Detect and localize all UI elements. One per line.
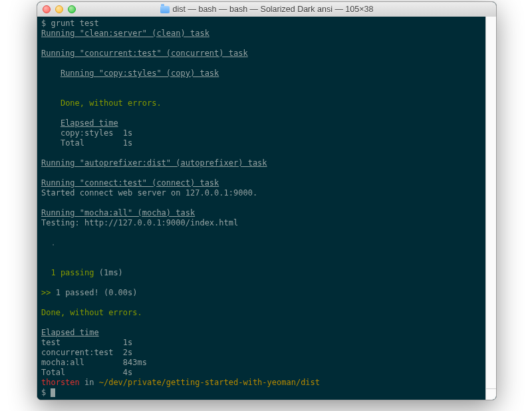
- titlebar: dist — bash — bash — Solarized Dark ansi…: [37, 2, 496, 17]
- task-line: Running "clean:server" (clean) task: [41, 29, 209, 38]
- elapsed-row: Total 1s: [61, 138, 132, 148]
- mocha-dot: .: [41, 238, 56, 247]
- task-line: Running "concurrent:test" (concurrent) t…: [41, 49, 248, 58]
- task-line: Running "copy:styles" (copy) task: [61, 68, 219, 78]
- folder-icon: [160, 6, 170, 13]
- elapsed-row: copy:styles 1s: [61, 128, 132, 138]
- done-line: Done, without errors.: [61, 98, 162, 108]
- task-line: Running "connect:test" (connect) task: [41, 178, 219, 188]
- pass-prefix: >>: [41, 288, 56, 297]
- window-title: dist — bash — bash — Solarized Dark ansi…: [37, 5, 496, 14]
- command: grunt test: [51, 19, 98, 28]
- task-line: Running "mocha:all" (mocha) task: [41, 208, 195, 217]
- output-line: Started connect web server on 127.0.0.1:…: [41, 188, 257, 198]
- prompt: $: [41, 388, 51, 397]
- window-title-text: dist — bash — bash — Solarized Dark ansi…: [173, 5, 374, 14]
- terminal-body[interactable]: $ grunt test Running "clean:server" (cle…: [37, 17, 496, 400]
- zoom-icon[interactable]: [68, 5, 76, 13]
- elapsed-row: test 1s: [41, 338, 132, 347]
- close-icon[interactable]: [43, 5, 51, 13]
- terminal-window: dist — bash — bash — Solarized Dark ansi…: [37, 1, 497, 400]
- elapsed-row: concurrent:test 2s: [41, 348, 132, 357]
- resize-corner[interactable]: [485, 388, 496, 400]
- task-line: Running "autoprefixer:dist" (autoprefixe…: [41, 158, 267, 168]
- elapsed-header: Elapsed time: [61, 118, 118, 128]
- elapsed-row: mocha:all 843ms: [41, 358, 147, 367]
- elapsed-row: Total 4s: [41, 368, 132, 377]
- traffic-lights: [43, 5, 76, 13]
- passing-count: 1 passing: [41, 268, 94, 277]
- scrollbar[interactable]: [485, 17, 496, 389]
- prompt: $: [41, 19, 51, 28]
- done-line: Done, without errors.: [41, 308, 142, 317]
- output-line: Testing: http://127.0.0.1:9000/index.htm…: [41, 218, 238, 227]
- ps1-path: ~/dev/private/getting-started-with-yeoma…: [99, 378, 320, 387]
- elapsed-header: Elapsed time: [41, 328, 99, 337]
- cursor-icon: [51, 388, 55, 397]
- minimize-icon[interactable]: [55, 5, 63, 13]
- ps1-user: thorsten: [41, 378, 80, 387]
